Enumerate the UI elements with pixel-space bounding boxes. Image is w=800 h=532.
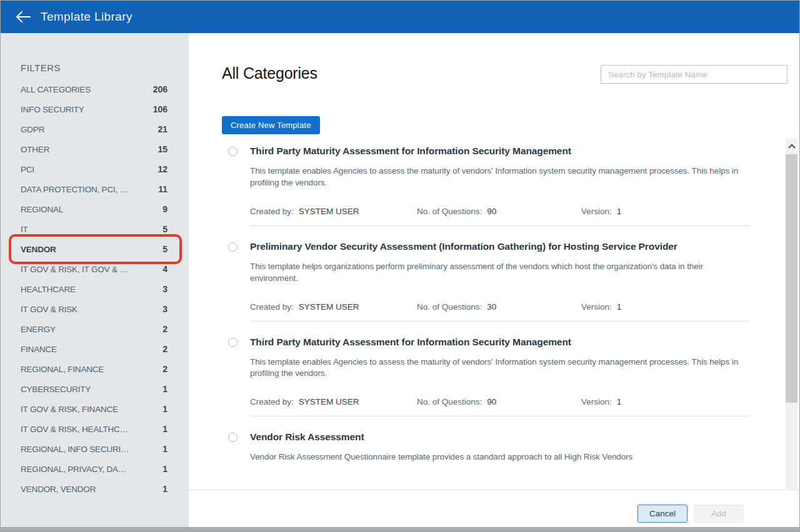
sidebar-filter-item[interactable]: IT GOV & RISK 3 xyxy=(21,299,168,319)
questions-value: 90 xyxy=(487,397,496,406)
arrow-left-icon xyxy=(16,11,31,22)
template-radio[interactable] xyxy=(228,147,238,156)
filter-count: 1 xyxy=(162,384,168,394)
filter-label: IT GOV & RISK xyxy=(21,305,78,314)
scrollbar-track[interactable] xyxy=(786,403,798,491)
template-meta: Created by:SYSTEM USER No. of Questions:… xyxy=(250,207,750,218)
template-meta: Created by:SYSTEM USER No. of Questions:… xyxy=(250,302,750,313)
sidebar-filter-item[interactable]: ENERGY 2 xyxy=(21,319,168,339)
template-description: This template enables Agencies to assess… xyxy=(250,165,750,189)
questions-value: 30 xyxy=(487,302,496,312)
cancel-button[interactable]: Cancel xyxy=(638,505,688,523)
created-by-value: SYSTEM USER xyxy=(299,397,359,406)
filter-count: 5 xyxy=(162,244,168,254)
sidebar-filter-item[interactable]: REGIONAL, INFO SECURI… 1 xyxy=(21,439,168,459)
filter-label: GDPR xyxy=(21,125,44,134)
sidebar-filter-item[interactable]: VENDOR 5 xyxy=(21,239,168,259)
template-meta: Created by:SYSTEM USER No. of Questions:… xyxy=(250,397,750,408)
created-by-label: Created by: xyxy=(250,302,294,312)
sidebar-filter-item[interactable]: IT 5 xyxy=(21,219,168,239)
filter-label: VENDOR xyxy=(21,245,56,254)
filter-label: VENDOR, VENDOR xyxy=(21,485,96,494)
filter-count: 106 xyxy=(153,104,168,114)
filter-label: CYBERSECURITY xyxy=(21,385,91,394)
version-label: Version: xyxy=(581,397,612,406)
filter-count: 2 xyxy=(162,364,168,374)
filter-count: 15 xyxy=(158,144,168,154)
sidebar-filter-item[interactable]: OTHER 15 xyxy=(21,139,168,159)
version-label: Version: xyxy=(581,207,612,216)
template-title: Preliminary Vendor Security Assessment (… xyxy=(250,240,750,253)
sidebar-filter-item[interactable]: VENDOR, VENDOR 1 xyxy=(21,479,168,499)
template-radio[interactable] xyxy=(228,242,238,252)
scrollbar-thumb[interactable] xyxy=(786,154,798,403)
template-list: Third Party Maturity Assessment for Info… xyxy=(222,131,750,494)
sidebar-filter-item[interactable]: CYBERSECURITY 1 xyxy=(21,379,168,399)
filter-count: 9 xyxy=(162,204,168,214)
filter-label: IT xyxy=(21,225,28,234)
version-label: Version: xyxy=(581,302,612,312)
filter-label: IT GOV & RISK, IT GOV & … xyxy=(21,265,128,274)
template-row[interactable]: Third Party Maturity Assessment for Info… xyxy=(222,322,750,416)
search-input[interactable] xyxy=(601,65,788,84)
filter-count: 11 xyxy=(158,184,168,194)
template-description: This template enables Agencies to assess… xyxy=(250,357,750,380)
template-radio[interactable] xyxy=(228,338,238,347)
filter-label: REGIONAL, FINANCE xyxy=(21,365,104,374)
version-value: 1 xyxy=(617,207,622,216)
sidebar-filter-item[interactable]: GDPR 21 xyxy=(21,119,168,139)
template-description: This template helps organizations perfor… xyxy=(250,261,750,285)
bottom-scrollbar-strip xyxy=(1,527,799,531)
sidebar-filter-item[interactable]: FINANCE 2 xyxy=(21,339,168,359)
version-value: 1 xyxy=(617,397,622,406)
template-radio[interactable] xyxy=(228,433,238,442)
template-row[interactable]: Third Party Maturity Assessment for Info… xyxy=(222,131,750,225)
sidebar-filter-item[interactable]: PCI 12 xyxy=(21,159,168,179)
sidebar-filter-item[interactable]: HEALTHCARE 3 xyxy=(21,279,168,299)
filter-count: 2 xyxy=(162,324,168,334)
template-description: Vendor Risk Assessment Questionnaire tem… xyxy=(250,451,750,463)
template-title: Third Party Maturity Assessment for Info… xyxy=(250,335,750,348)
filter-label: PCI xyxy=(21,165,34,174)
questions-value: 90 xyxy=(487,207,496,216)
sidebar-filter-item[interactable]: INFO SECURITY 106 xyxy=(21,99,168,119)
created-by-value: SYSTEM USER xyxy=(299,302,359,312)
filter-count: 3 xyxy=(162,284,168,294)
sidebar-filter-item[interactable]: ALL CATEGORIES 206 xyxy=(21,79,168,99)
sidebar-filter-item[interactable]: REGIONAL 9 xyxy=(21,199,168,219)
filter-label: HEALTHCARE xyxy=(21,285,76,294)
filter-count: 4 xyxy=(162,264,168,274)
sidebar-filter-item[interactable]: DATA PROTECTION, PCI, … 11 xyxy=(21,179,168,199)
filter-label: REGIONAL xyxy=(21,205,63,214)
template-title: Third Party Maturity Assessment for Info… xyxy=(250,144,750,157)
template-title: Vendor Risk Assessment xyxy=(250,430,750,443)
main-content: All Categories Create New Template Third… xyxy=(189,33,799,527)
back-button[interactable] xyxy=(14,8,32,26)
sidebar-filter-item[interactable]: IT GOV & RISK, FINANCE 1 xyxy=(21,399,168,419)
scroll-up-button[interactable] xyxy=(786,138,798,154)
filter-count: 1 xyxy=(162,404,168,414)
sidebar-filter-item[interactable]: REGIONAL, PRIVACY, DA… 1 xyxy=(21,459,168,479)
filter-label: ENERGY xyxy=(21,325,56,334)
add-button[interactable]: Add xyxy=(694,505,744,523)
sidebar-filter-item[interactable]: REGIONAL, FINANCE 2 xyxy=(21,359,168,379)
app-header: Template Library xyxy=(1,1,799,33)
created-by-value: SYSTEM USER xyxy=(299,207,359,216)
sidebar-filter-item[interactable]: IT GOV & RISK, HEALTHC… 1 xyxy=(21,419,168,439)
filter-label: REGIONAL, PRIVACY, DA… xyxy=(21,465,126,474)
filters-heading: FILTERS xyxy=(21,62,168,74)
template-row[interactable]: Vendor Risk Assessment Vendor Risk Asses… xyxy=(222,416,750,471)
sidebar-filter-item[interactable]: IT GOV & RISK, IT GOV & … 4 xyxy=(21,259,168,279)
filter-count: 1 xyxy=(162,484,168,494)
filters-sidebar: FILTERS ALL CATEGORIES 206 INFO SECURITY… xyxy=(1,33,189,527)
filter-count: 1 xyxy=(162,424,168,434)
filter-label: FINANCE xyxy=(21,345,57,354)
questions-label: No. of Questions: xyxy=(417,397,482,406)
filter-label: IT GOV & RISK, FINANCE xyxy=(21,405,118,414)
footer-bar: Cancel Add xyxy=(189,490,799,527)
questions-label: No. of Questions: xyxy=(417,207,482,216)
template-row[interactable]: Preliminary Vendor Security Assessment (… xyxy=(222,226,750,321)
created-by-label: Created by: xyxy=(250,207,294,216)
filter-count: 3 xyxy=(162,304,168,314)
scrollbar[interactable] xyxy=(786,138,798,491)
